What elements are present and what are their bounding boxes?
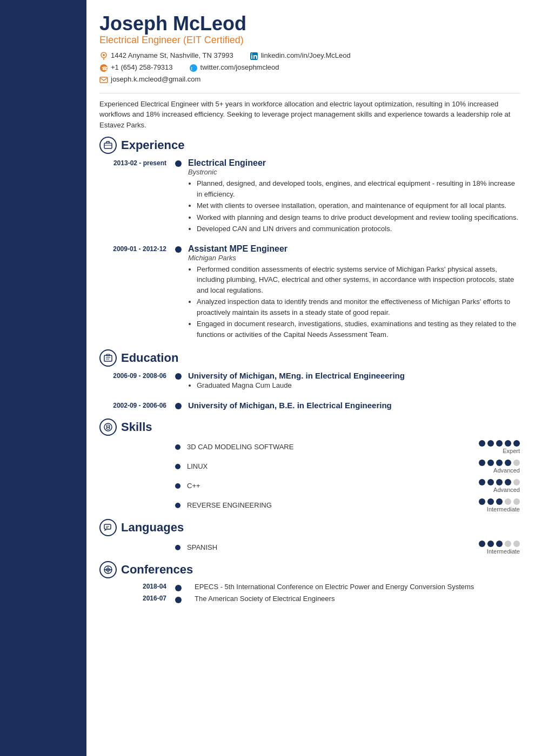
dot-filled	[496, 541, 503, 547]
skill-dots	[479, 460, 520, 466]
skill-dots	[479, 440, 520, 447]
skill-rating: Intermediate	[479, 541, 520, 555]
conference-item: 2016-07 The American Society of Electric…	[99, 595, 520, 603]
contact-address: 1442 Anyname St, Nashville, TN 37993	[99, 51, 233, 60]
graduation-icon	[103, 353, 113, 363]
skill-rating: Intermediate	[479, 498, 520, 512]
dot-empty	[513, 479, 520, 485]
dot-filled	[487, 460, 494, 466]
bullet: Planned, designed, and developed tools, …	[197, 178, 520, 199]
conference-text: EPECS - 5th International Conference on …	[188, 583, 520, 591]
skill-dots	[479, 541, 520, 547]
conferences-icon	[99, 561, 117, 578]
skills-title: Skills	[121, 420, 152, 434]
conferences-title: Conferences	[121, 563, 193, 577]
education-item: 2006-09 - 2008-06 University of Michigan…	[99, 371, 520, 392]
languages-title: Languages	[121, 521, 184, 535]
dot-filled	[505, 460, 511, 466]
svg-rect-12	[104, 355, 112, 361]
education-content: University of Michigan, MEng. in Electri…	[188, 371, 520, 392]
skill-level: Intermediate	[487, 548, 520, 555]
skill-item: 3D CAD MODELING SOFTWARE Expert	[99, 440, 520, 454]
job-title: Electrical Engineer	[188, 158, 520, 168]
skill-name: 3D CAD MODELING SOFTWARE	[187, 443, 479, 451]
skill-item: C++ Advanced	[99, 479, 520, 493]
bullet: Analyzed inspection data to identify tre…	[197, 296, 520, 318]
education-item: 2002-09 - 2006-06 University of Michigan…	[99, 401, 520, 410]
dot-empty	[505, 498, 511, 505]
languages-section-header: Languages	[99, 519, 520, 536]
dot-empty	[513, 460, 520, 466]
timeline-dot	[175, 160, 182, 167]
education-list: 2006-09 - 2008-06 University of Michigan…	[99, 371, 520, 410]
skills-list: 3D CAD MODELING SOFTWARE Expert LINUX Ad…	[99, 440, 520, 512]
contact-linkedin: linkedin.com/in/Joey.McLeod	[250, 51, 351, 60]
experience-item: 2013-02 - present Electrical Engineer By…	[99, 158, 520, 235]
education-date: 2002-09 - 2006-06	[99, 401, 175, 410]
experience-content: Electrical Engineer Bystronic Planned, d…	[188, 158, 520, 235]
svg-rect-9	[100, 77, 108, 83]
linkedin-icon	[250, 52, 258, 60]
svg-rect-3	[251, 55, 252, 59]
timeline-dot	[175, 373, 182, 380]
dot-filled	[479, 440, 485, 447]
bullet: Worked with planning and design teams to…	[197, 212, 520, 223]
education-content: University of Michigan, B.E. in Electric…	[188, 401, 520, 410]
contact-twitter: t twitter.com/josephmcleod	[189, 63, 279, 72]
education-title: Education	[121, 351, 178, 365]
address-text: 1442 Anyname St, Nashville, TN 37993	[111, 51, 233, 59]
skill-dots	[479, 479, 520, 485]
contact-row-3: joseph.k.mcleod@gmail.com	[99, 75, 520, 85]
skill-rating: Expert	[479, 440, 520, 454]
conferences-list: 2018-04 EPECS - 5th International Confer…	[99, 583, 520, 603]
skill-dot	[175, 444, 180, 450]
contact-row-1: 1442 Anyname St, Nashville, TN 37993 lin…	[99, 51, 520, 62]
twitter-icon: t	[189, 64, 198, 72]
email-icon	[99, 76, 108, 84]
languages-icon	[99, 519, 117, 536]
bullet: Graduated Magna Cum Laude	[197, 380, 520, 391]
dot-filled	[487, 479, 494, 485]
phone-text: +1 (654) 258-79313	[111, 63, 173, 71]
edu-bullets: Graduated Magna Cum Laude	[188, 380, 520, 391]
tools-icon	[103, 422, 113, 432]
skill-level: Intermediate	[487, 506, 520, 512]
experience-item: 2009-01 - 2012-12 Assistant MPE Engineer…	[99, 244, 520, 341]
skill-dot	[175, 483, 180, 489]
bullet: Met with clients to oversee installation…	[197, 200, 520, 211]
svg-point-4	[251, 53, 252, 55]
conference-icon	[103, 565, 113, 575]
job-bullets: Planned, designed, and developed tools, …	[188, 178, 520, 234]
dot-filled	[496, 479, 503, 485]
timeline-dot	[175, 403, 182, 409]
dot-filled	[479, 498, 485, 505]
conferences-section-header: Conferences	[99, 561, 520, 578]
svg-rect-10	[104, 143, 112, 148]
skill-rating: Advanced	[479, 479, 520, 493]
education-section-header: Education	[99, 349, 520, 367]
edu-title: University of Michigan, MEng. in Electri…	[188, 371, 520, 380]
experience-content: Assistant MPE Engineer Michigan Parks Pe…	[188, 244, 520, 341]
conference-date: 2018-04	[99, 583, 175, 590]
bullet: Performed condition assessments of elect…	[197, 264, 520, 296]
phone-icon: ☎	[99, 64, 108, 72]
conference-text: The American Society of Electrical Engin…	[188, 595, 520, 603]
contact-row-2: ☎ +1 (654) 258-79313 t twitter.com/josep…	[99, 63, 520, 73]
timeline-dot	[175, 585, 182, 591]
experience-title: Experience	[121, 138, 184, 152]
svg-text:☎: ☎	[102, 66, 108, 71]
job-title: Assistant MPE Engineer	[188, 244, 520, 254]
bullet: Engaged in document research, investigat…	[197, 319, 520, 340]
dot-filled	[479, 460, 485, 466]
skill-dot	[175, 545, 180, 550]
experience-icon	[99, 137, 117, 154]
skill-dot	[175, 464, 180, 469]
header: Joseph McLeod Electrical Engineer (EIT C…	[99, 13, 520, 46]
briefcase-icon	[103, 140, 113, 150]
skill-name: C++	[187, 482, 479, 490]
experience-list: 2013-02 - present Electrical Engineer By…	[99, 158, 520, 341]
skill-rating: Advanced	[479, 460, 520, 474]
dot-filled	[513, 440, 520, 447]
languages-list: SPANISH Intermediate	[99, 541, 520, 555]
dot-filled	[487, 498, 494, 505]
